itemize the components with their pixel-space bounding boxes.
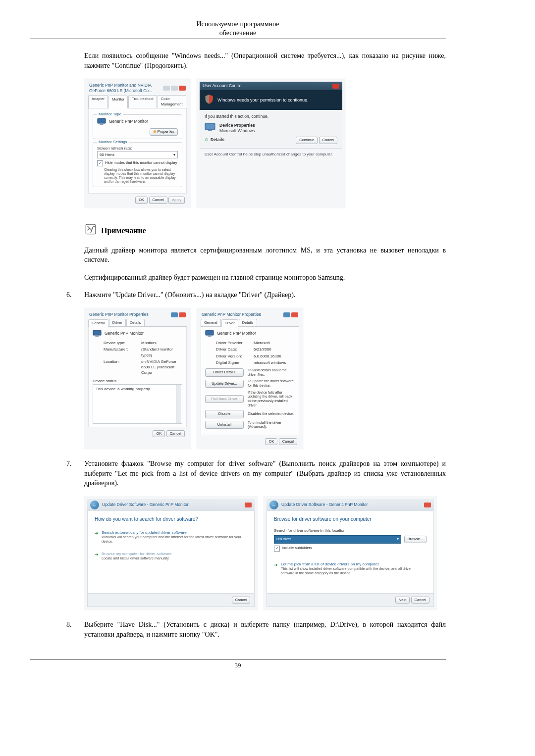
fieldset-monitor-type: Monitor Type Generic PnP Monitor ◉ Prope…: [93, 114, 182, 139]
screenshots-row-2: Generic PnP Monitor Properties General D…: [84, 308, 446, 449]
tab-adapter[interactable]: Adapter: [88, 95, 108, 108]
monitor-name: Generic PnP Monitor: [109, 119, 148, 125]
hide-modes-desc: Clearing this check box allows you to se…: [104, 168, 178, 184]
content: Если появилось сообщение "Windows needs.…: [84, 51, 446, 639]
tab-general[interactable]: General: [201, 319, 221, 327]
option-pick-from-list[interactable]: ➔ Let me pick from a list of device driv…: [274, 559, 427, 577]
apply-button[interactable]: Apply: [168, 197, 185, 204]
dialog-props-driver: Generic PnP Monitor Properties General D…: [197, 308, 303, 449]
wizard-footer: Next Cancel: [267, 594, 434, 607]
include-subfolders-checkbox[interactable]: ✓: [274, 546, 280, 552]
close-icon[interactable]: [424, 503, 431, 507]
browse-button[interactable]: Browse...: [404, 536, 427, 543]
tab-general[interactable]: General: [88, 319, 108, 327]
ok-button[interactable]: OK: [135, 197, 148, 204]
hide-modes-checkbox[interactable]: ✓: [97, 160, 103, 166]
close-icon[interactable]: [245, 503, 252, 507]
wizard-body: Browse for driver software on your compu…: [267, 511, 434, 594]
step-6-number: 6.: [66, 290, 84, 300]
rollback-driver-button[interactable]: Roll Back Driver: [205, 395, 244, 403]
tabs: Adapter Monitor Troubleshoot Color Manag…: [88, 95, 187, 108]
svg-rect-5: [93, 330, 101, 335]
tab-driver[interactable]: Driver: [109, 319, 126, 327]
close-icon[interactable]: [291, 312, 298, 317]
cancel-button[interactable]: Cancel: [149, 197, 167, 204]
close-icon[interactable]: [179, 86, 186, 91]
kv-val: on NVIDIA GeForce 6600 LE (Microsoft Cor…: [141, 359, 182, 376]
intro-paragraph: Если появилось сообщение "Windows needs.…: [84, 51, 446, 70]
step-7-number: 7.: [66, 459, 84, 469]
close-icon[interactable]: [179, 312, 186, 317]
uac-message-band: Windows needs your permission to contion…: [200, 90, 342, 110]
tabs: General Driver Details: [201, 319, 299, 327]
disable-desc: Disables the selected device.: [248, 412, 295, 416]
scrollbar[interactable]: [176, 385, 181, 423]
step-7-text: Установите флажок "Browse my computer fo…: [84, 459, 446, 488]
close-icon[interactable]: [332, 84, 339, 89]
title-bar: ← Update Driver Software - Generic PnP M…: [267, 499, 434, 511]
update-driver-button[interactable]: Update Driver...: [205, 380, 244, 388]
cancel-button[interactable]: Cancel: [411, 597, 429, 604]
help-icon[interactable]: [283, 312, 290, 317]
ok-button[interactable]: OK: [153, 430, 165, 438]
maximize-icon[interactable]: [171, 86, 178, 91]
page-footer: 39: [30, 659, 446, 669]
minimize-icon[interactable]: [163, 86, 170, 91]
screenshots-row-3: ← Update Driver Software - Generic PnP M…: [84, 496, 446, 610]
option-browse[interactable]: ➔ Browse my computer for driver software…: [95, 549, 247, 563]
kv-val: 6/21/2006: [254, 347, 295, 352]
title-bar: Generic PnP Monitor and NVIDIA GeForce 6…: [87, 82, 188, 96]
chevron-down-icon[interactable]: ⊙: [205, 137, 209, 143]
device-status-text: This device is working properly.: [93, 384, 182, 424]
panel: Generic PnP Monitor Device type:Monitors…: [88, 327, 187, 427]
kv-val: (Standard monitor types): [141, 347, 182, 357]
details-toggle[interactable]: Details: [211, 137, 224, 143]
back-arrow-icon: ←: [90, 501, 99, 509]
next-button[interactable]: Next: [395, 597, 410, 604]
window-title: Generic PnP Monitor Properties: [202, 312, 261, 318]
path-input[interactable]: D:\Driver ▾: [274, 535, 401, 544]
title-bar: ← Update Driver Software - Generic PnP M…: [87, 499, 255, 511]
tab-details[interactable]: Details: [126, 319, 145, 327]
driver-details-button[interactable]: Driver Details: [205, 368, 244, 376]
ok-button[interactable]: OK: [265, 438, 277, 446]
tab-monitor[interactable]: Monitor: [108, 96, 128, 108]
note-p2: Сертифицированный драйвер будет размещен…: [84, 273, 446, 283]
tab-details[interactable]: Details: [239, 319, 257, 327]
option-search-auto[interactable]: ➔ Search automatically for updated drive…: [95, 528, 247, 546]
cancel-button[interactable]: Cancel: [319, 137, 337, 144]
cancel-button[interactable]: Cancel: [232, 597, 250, 604]
note-label: Примечание: [101, 225, 146, 236]
back-nav[interactable]: ← Update Driver Software - Generic PnP M…: [90, 501, 189, 509]
kv-key: Driver Version:: [216, 353, 254, 359]
uac-line1: If you started this action, continue.: [205, 114, 337, 120]
continue-button[interactable]: Continue: [296, 137, 318, 144]
refresh-rate-select[interactable]: 60 Hertz ▾: [97, 151, 178, 158]
kv-val: Monitors: [141, 340, 182, 346]
properties-button-label: Properties: [158, 129, 174, 134]
disable-button[interactable]: Disable: [205, 410, 244, 418]
window-title: User Account Control: [203, 83, 242, 89]
uninstall-button[interactable]: Uninstall: [205, 421, 244, 429]
cancel-button[interactable]: Cancel: [166, 430, 185, 438]
screenshots-row-1: Generic PnP Monitor and NVIDIA GeForce 6…: [84, 79, 446, 208]
back-nav[interactable]: ← Update Driver Software - Generic PnP M…: [269, 501, 368, 509]
tab-troubleshoot[interactable]: Troubleshoot: [128, 95, 157, 108]
legend-monitor-settings: Monitor Settings: [97, 139, 129, 145]
title-bar: Generic PnP Monitor Properties: [87, 311, 188, 319]
step-6-text: Нажмите "Update Driver..." (Обновить...)…: [84, 290, 446, 300]
svg-rect-7: [206, 330, 214, 335]
tab-driver[interactable]: Driver: [221, 319, 238, 327]
cancel-button[interactable]: Cancel: [279, 438, 297, 446]
monitor-icon: [93, 330, 102, 337]
note-icon: [84, 223, 97, 239]
refresh-rate-value: 60 Hertz: [100, 152, 114, 157]
kv-key: Device type:: [104, 340, 141, 346]
uac-app-publisher: Microsoft Windows: [219, 128, 255, 133]
properties-button[interactable]: ◉ Properties: [150, 128, 178, 136]
wizard-body: How do you want to search for driver sof…: [87, 511, 255, 594]
dialog-wizard-browse: ← Update Driver Software - Generic PnP M…: [264, 496, 437, 610]
tab-color-management[interactable]: Color Management: [158, 95, 186, 108]
help-icon[interactable]: [171, 312, 178, 317]
uac-message: Windows needs your permission to contion…: [217, 97, 309, 103]
